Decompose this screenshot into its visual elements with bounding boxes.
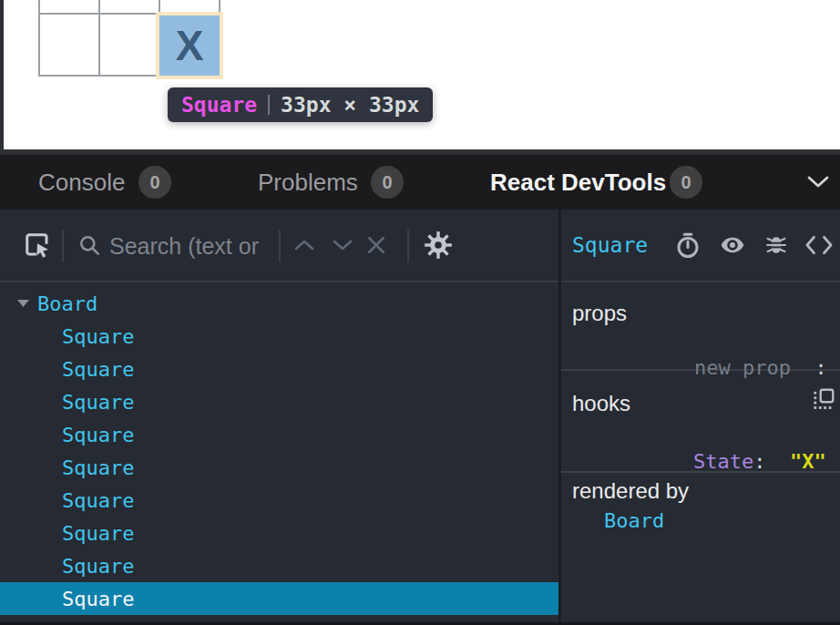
board-grid-line (98, 0, 100, 77)
state-hook-value[interactable]: "X" (790, 450, 826, 473)
details-toolbar: Square (561, 210, 840, 282)
tab-react-devtools[interactable]: React DevTools (490, 155, 666, 210)
tree-item-label: Square (62, 489, 134, 512)
tree-item-label: Square (62, 325, 134, 348)
react-devtools-badge: 0 (670, 166, 702, 199)
bug-icon[interactable] (763, 231, 789, 259)
colon: : (753, 450, 790, 473)
inspect-tooltip: Square 33px × 33px (168, 87, 433, 122)
tab-console[interactable]: Console (38, 155, 125, 210)
gear-icon[interactable] (423, 230, 454, 261)
chevron-up-icon[interactable] (294, 239, 314, 251)
clear-search-icon[interactable] (366, 235, 386, 255)
tree-item-square[interactable]: Square (0, 418, 558, 451)
tree-item-square[interactable]: Square (0, 484, 558, 517)
parse-hooks-icon[interactable] (812, 387, 835, 411)
tree-item-label: Square (62, 391, 134, 414)
tab-problems[interactable]: Problems (258, 155, 358, 210)
component-tree: Board Square Square Square Square Square… (0, 282, 558, 615)
tooltip-dimensions: 33px × 33px (281, 93, 419, 117)
tree-item-label: Board (37, 292, 97, 315)
tree-item-square[interactable]: Square (0, 385, 558, 418)
board-grid-line (38, 0, 40, 77)
board-cell-value: X (176, 21, 204, 70)
expander-triangle-icon[interactable] (17, 300, 29, 308)
stopwatch-icon[interactable] (674, 231, 702, 259)
problems-badge: 0 (371, 166, 404, 199)
tree-item-label: Square (62, 424, 134, 446)
hooks-section: hooks State: "X" (561, 371, 840, 473)
toolbar-separator (62, 230, 64, 262)
tree-item-square[interactable]: Square (0, 582, 558, 615)
rendered-by-owner[interactable]: Board (604, 509, 664, 532)
search-icon (78, 234, 102, 258)
tree-item-label: Square (62, 358, 134, 381)
tree-item-square[interactable]: Square (0, 517, 558, 549)
hooks-section-title: hooks (572, 391, 630, 416)
tree-item-square[interactable]: Square (0, 353, 558, 385)
tree-toolbar (0, 210, 558, 282)
rendered-by-title: rendered by (572, 478, 689, 504)
tree-item-label: Square (62, 588, 134, 610)
console-badge: 0 (138, 166, 171, 199)
view-source-icon[interactable] (804, 234, 835, 256)
inspect-element-icon[interactable] (24, 231, 51, 259)
chevron-down-icon[interactable] (807, 176, 829, 189)
tree-item-label: Square (62, 522, 134, 545)
react-devtools-panel: Board Square Square Square Square Square… (0, 210, 840, 625)
window-edge (0, 0, 4, 149)
tooltip-separator (268, 95, 270, 115)
toolbar-separator (279, 230, 281, 262)
toolbar-separator (407, 230, 409, 262)
component-tree-children: Square Square Square Square Square Squar… (0, 320, 558, 615)
chevron-down-icon[interactable] (333, 239, 353, 251)
browser-viewport: X Square 33px × 33px (0, 0, 840, 149)
tree-item-square[interactable]: Square (0, 320, 558, 353)
tree-item-label: Square (62, 555, 134, 578)
board-cell-x[interactable]: X (159, 15, 220, 76)
devtools-window: X Square 33px × 33px Console 0 Problems … (0, 0, 840, 625)
tree-item-square[interactable]: Square (0, 549, 558, 582)
selected-component-name: Square (572, 210, 648, 281)
devtools-tabbar: Console 0 Problems 0 React DevTools 0 (0, 155, 840, 210)
tree-item-board[interactable]: Board (0, 287, 558, 320)
props-section: props new prop : "" (561, 282, 840, 371)
tree-item-square[interactable]: Square (0, 451, 558, 484)
search-input[interactable] (108, 226, 275, 266)
eye-icon[interactable] (718, 232, 747, 258)
props-section-title: props (572, 301, 627, 326)
tree-item-label: Square (62, 456, 134, 479)
tooltip-component-name: Square (181, 93, 257, 117)
rendered-by-section: rendered by Board (561, 473, 840, 622)
state-hook-key: State (693, 450, 753, 473)
